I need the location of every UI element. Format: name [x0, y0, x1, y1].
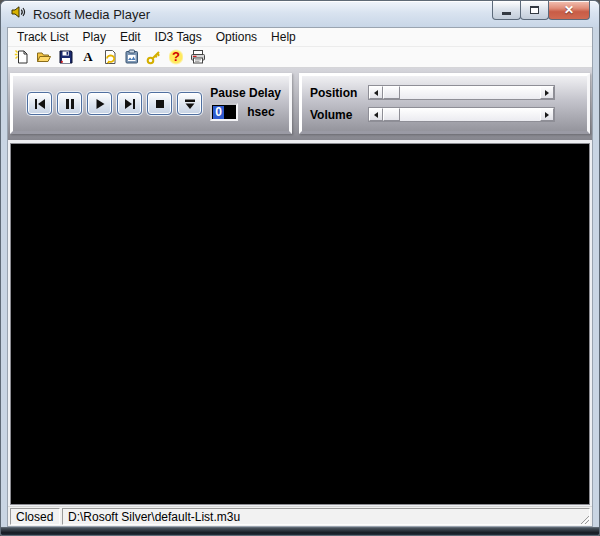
eject-icon [184, 98, 196, 110]
window-bottom-frame [1, 527, 599, 535]
paste-icon[interactable] [123, 48, 141, 66]
pause-delay-group: Pause Delay 0 hsec [210, 86, 283, 121]
position-slider-thumb[interactable] [383, 86, 400, 99]
close-icon: ✕ [564, 4, 574, 16]
volume-slider-track[interactable] [400, 108, 540, 121]
play-icon [94, 98, 106, 110]
status-bar: Closed D:\Rosoft Silver\default-List.m3u [8, 506, 592, 526]
print-icon[interactable] [189, 48, 207, 66]
menu-options[interactable]: Options [209, 28, 264, 47]
maximize-icon [530, 6, 539, 14]
open-playlist-icon[interactable] [35, 48, 53, 66]
position-right-arrow-button[interactable] [540, 86, 554, 99]
next-track-button[interactable] [117, 92, 142, 115]
volume-label: Volume [310, 108, 368, 122]
pause-delay-label: Pause Delay [210, 86, 281, 100]
left-arrow-icon [374, 112, 378, 118]
previous-track-button[interactable] [27, 92, 52, 115]
help-icon-glyph: ? [169, 49, 183, 65]
volume-slider[interactable] [368, 107, 555, 122]
volume-right-arrow-button[interactable] [540, 108, 554, 121]
previous-icon [34, 98, 46, 110]
sliders-panel: Position Volume [299, 73, 590, 134]
menu-edit[interactable]: Edit [113, 28, 148, 47]
position-label: Position [310, 86, 368, 100]
window-title: Rosoft Media Player [33, 7, 150, 22]
eject-button[interactable] [177, 92, 202, 115]
minimize-icon [502, 12, 511, 15]
transport-panel: Pause Delay 0 hsec [10, 73, 292, 134]
new-playlist-icon[interactable] [13, 48, 31, 66]
window-controls: ✕ [493, 1, 590, 20]
maximize-button[interactable] [520, 1, 549, 20]
minimize-button[interactable] [492, 1, 521, 20]
status-state-cell: Closed [10, 508, 60, 525]
status-playlist-path-cell: D:\Rosoft Silver\default-List.m3u [62, 508, 590, 525]
next-icon [124, 98, 136, 110]
playlist-path-text: D:\Rosoft Silver\default-List.m3u [68, 510, 240, 524]
status-state-text: Closed [16, 510, 53, 524]
menu-track-list[interactable]: Track List [10, 28, 76, 47]
volume-row: Volume [310, 107, 555, 122]
resize-grip[interactable] [577, 511, 590, 524]
left-arrow-icon [374, 90, 378, 96]
pause-icon [64, 98, 76, 110]
key-icon[interactable] [145, 48, 163, 66]
position-slider[interactable] [368, 85, 555, 100]
menu-bar: Track List Play Edit ID3 Tags Options He… [8, 28, 592, 47]
help-icon[interactable]: ? [167, 48, 185, 66]
menu-id3-tags[interactable]: ID3 Tags [148, 28, 209, 47]
client-area: Track List Play Edit ID3 Tags Options He… [7, 27, 593, 527]
position-row: Position [310, 85, 555, 100]
volume-left-arrow-button[interactable] [369, 108, 383, 121]
stop-button[interactable] [147, 92, 172, 115]
stop-icon [154, 98, 166, 110]
pause-button[interactable] [57, 92, 82, 115]
pause-delay-value: 0 [213, 106, 224, 119]
save-playlist-icon[interactable] [57, 48, 75, 66]
close-button[interactable]: ✕ [548, 1, 590, 20]
right-arrow-icon [545, 112, 549, 118]
position-slider-track[interactable] [400, 86, 540, 99]
right-arrow-icon [545, 90, 549, 96]
video-display-area [10, 143, 590, 505]
speaker-icon [10, 4, 26, 24]
control-band: Pause Delay 0 hsec Position [8, 68, 592, 142]
toolbar: A [8, 47, 592, 68]
app-window: Rosoft Media Player ✕ Track List Play Ed… [0, 0, 600, 536]
pause-delay-input[interactable]: 0 [210, 103, 238, 121]
refresh-page-icon[interactable] [101, 48, 119, 66]
volume-slider-thumb[interactable] [383, 108, 400, 121]
pause-delay-unit: hsec [247, 105, 274, 119]
font-icon[interactable]: A [79, 48, 97, 66]
position-left-arrow-button[interactable] [369, 86, 383, 99]
font-icon-glyph: A [83, 49, 92, 65]
play-button[interactable] [87, 92, 112, 115]
menu-help[interactable]: Help [264, 28, 303, 47]
menu-play[interactable]: Play [76, 28, 113, 47]
